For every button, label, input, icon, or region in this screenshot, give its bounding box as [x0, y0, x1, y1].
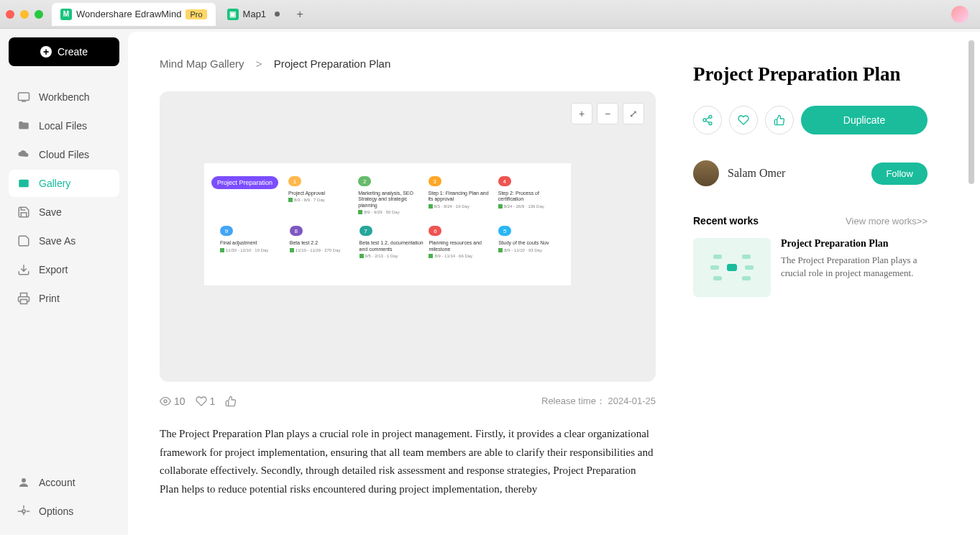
action-row: Duplicate: [693, 106, 928, 134]
recent-work-info: Project Preparation Plan The Project Pre…: [781, 238, 928, 297]
share-button[interactable]: [693, 106, 722, 134]
thumbs-up-button[interactable]: [225, 395, 237, 407]
sidebar-item-print[interactable]: Print: [9, 285, 119, 312]
breadcrumb-separator: >: [256, 58, 262, 70]
minimize-window-button[interactable]: [20, 10, 29, 19]
preview-controls: + − ⤢: [571, 103, 644, 124]
sidebar-item-account[interactable]: Account: [9, 469, 119, 496]
traffic-lights: [6, 10, 43, 19]
workbench-icon: [17, 91, 30, 104]
tab-map1[interactable]: ▣ Map1: [219, 3, 289, 26]
release-date: 2024-01-25: [608, 395, 656, 406]
create-button[interactable]: + Create: [9, 37, 119, 66]
views-count: 10: [174, 395, 186, 407]
author-name[interactable]: Salam Omer: [728, 167, 871, 180]
mindmap-node: 6Planning resources and milestone8/9 - 1…: [429, 226, 494, 258]
sidebar-item-label: Options: [39, 506, 73, 517]
main-column: Mind Map Gallery > Project Preparation P…: [160, 58, 656, 535]
sidebar-item-label: Account: [39, 477, 75, 488]
stats-row: 10 1 Release time： 2024-01-25: [160, 395, 656, 408]
likes-count: 1: [210, 395, 216, 407]
sidebar-item-cloud-files[interactable]: Cloud Files: [9, 141, 119, 168]
release-label: Release time：: [541, 395, 605, 406]
tab-app-label: Wondershare EdrawMind: [76, 9, 181, 19]
sidebar-item-gallery[interactable]: Gallery: [9, 170, 119, 197]
tab-map1-label: Map1: [243, 9, 267, 19]
cloud-icon: [17, 148, 30, 161]
export-icon: [17, 263, 30, 276]
tab-app[interactable]: M Wondershare EdrawMind Pro: [52, 3, 216, 26]
app-icon: M: [60, 9, 72, 20]
account-icon: [17, 476, 30, 489]
fullscreen-button[interactable]: ⤢: [623, 103, 644, 124]
page-title: Project Preparation Plan: [693, 63, 928, 86]
sidebar-item-save[interactable]: Save: [9, 198, 119, 226]
like-button[interactable]: [729, 106, 758, 134]
sidebar: + Create Workbench Local Files Cloud Fil…: [0, 29, 128, 535]
svg-point-16: [703, 119, 706, 122]
recent-work-title: Project Preparation Plan: [781, 238, 928, 250]
create-button-label: Create: [58, 46, 88, 58]
svg-line-19: [706, 117, 710, 119]
breadcrumb-root[interactable]: Mind Map Gallery: [160, 58, 244, 70]
sidebar-item-label: Print: [39, 293, 60, 304]
author-avatar[interactable]: [693, 160, 719, 186]
breadcrumb-current: Project Preparation Plan: [274, 58, 391, 70]
close-window-button[interactable]: [6, 10, 14, 19]
svg-point-15: [709, 115, 712, 118]
svg-rect-10: [19, 93, 29, 101]
sidebar-item-local-files[interactable]: Local Files: [9, 112, 119, 140]
mindmap-root-node: Project Preparation: [211, 176, 278, 189]
gallery-icon: [17, 177, 30, 190]
folder-icon: [17, 119, 30, 132]
sidebar-item-label: Export: [39, 264, 68, 275]
thumbs-up-button[interactable]: [765, 106, 794, 134]
sidebar-item-label: Save As: [39, 235, 75, 247]
save-icon: [17, 206, 30, 219]
sidebar-item-label: Local Files: [39, 120, 87, 132]
maximize-window-button[interactable]: [35, 10, 43, 19]
thumbs-up-icon: [225, 395, 237, 407]
main-content: Mind Map Gallery > Project Preparation P…: [128, 32, 980, 535]
mindmap-node: 1Project Approval8/3 - 8/9 · 7 Day: [288, 176, 354, 202]
sidebar-item-workbench[interactable]: Workbench: [9, 83, 119, 111]
pro-badge: Pro: [186, 9, 206, 19]
thumbs-up-icon: [774, 114, 785, 126]
views-stat: 10: [160, 395, 186, 407]
heart-icon: [196, 395, 207, 407]
sidebar-item-label: Cloud Files: [39, 149, 89, 160]
zoom-out-button[interactable]: −: [597, 103, 618, 124]
follow-button[interactable]: Follow: [871, 163, 928, 185]
mindmap-node: 4Step 2: Process of certification8/24 - …: [498, 176, 564, 209]
recent-works-title: Recent works: [693, 215, 759, 227]
svg-line-18: [706, 121, 710, 123]
preview-box: + − ⤢ Project Preparation 1Project Appro…: [160, 91, 656, 382]
sidebar-item-export[interactable]: Export: [9, 256, 119, 283]
recent-work-thumbnail: [693, 238, 771, 297]
profile-avatar[interactable]: [951, 6, 968, 23]
print-icon: [17, 292, 30, 305]
release-info: Release time： 2024-01-25: [541, 395, 656, 408]
svg-point-12: [22, 478, 26, 483]
mindmap-node: 9Final adjustment11/30 - 12/10 · 10 Day: [220, 226, 285, 252]
likes-stat: 1: [196, 395, 216, 407]
breadcrumb: Mind Map Gallery > Project Preparation P…: [160, 58, 656, 70]
map-icon: ▣: [227, 9, 239, 20]
mindmap-node: 3Step 1: Financing Plan and its approval…: [429, 176, 494, 209]
sidebar-item-save-as[interactable]: Save As: [9, 227, 119, 255]
view-more-link[interactable]: View more works>>: [846, 216, 928, 227]
sidebar-item-label: Save: [39, 206, 62, 218]
zoom-in-button[interactable]: +: [571, 103, 592, 124]
add-tab-button[interactable]: +: [291, 6, 308, 23]
save-as-icon: [17, 234, 30, 247]
sidebar-item-options[interactable]: Options: [9, 498, 119, 525]
recent-work-item[interactable]: Project Preparation Plan The Project Pre…: [693, 238, 928, 297]
author-row: Salam Omer Follow: [693, 160, 928, 186]
scrollbar[interactable]: [968, 40, 974, 184]
sidebar-item-label: Workbench: [39, 91, 90, 103]
mindmap-node: 7Beta test 1.2, documentation and commen…: [360, 226, 425, 258]
unsaved-indicator: [275, 12, 280, 17]
mindmap-node: 5Study of the couts Nov8/9 - 11/10 · 93 …: [498, 226, 564, 252]
mindmap-node: 2Marketing analysis, SEO Strategy and st…: [358, 176, 423, 214]
duplicate-button[interactable]: Duplicate: [801, 106, 928, 134]
